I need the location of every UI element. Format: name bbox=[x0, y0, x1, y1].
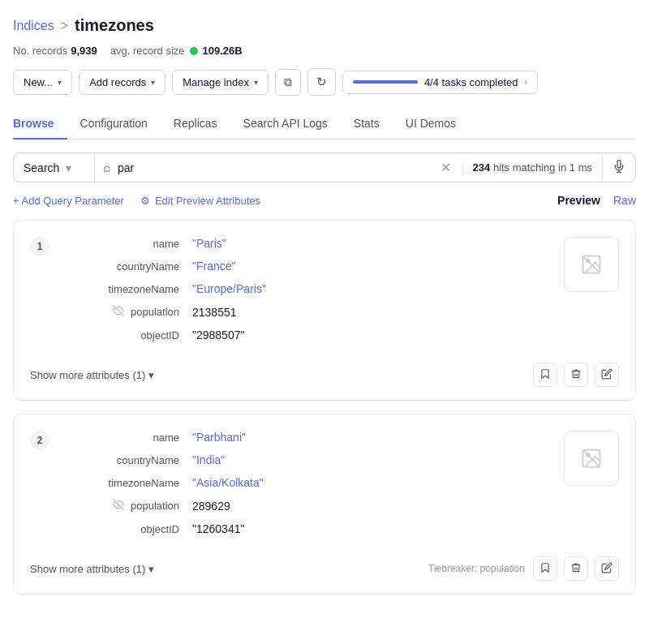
field-row-name-2: name "Parbhani" bbox=[62, 431, 551, 444]
record-card-1: 1 name "Paris" countryName "France" time… bbox=[13, 220, 636, 401]
field-row-objectid-2: objectID "1260341" bbox=[62, 522, 551, 535]
search-type-chevron-icon: ▾ bbox=[66, 161, 71, 174]
show-more-button-1[interactable]: Show more attributes (1) ▾ bbox=[30, 369, 154, 381]
gear-icon: ⚙ bbox=[140, 195, 150, 207]
edit-button-1[interactable] bbox=[595, 363, 619, 387]
manage-index-chevron-icon: ▾ bbox=[254, 78, 258, 87]
show-more-chevron-icon-1: ▾ bbox=[148, 369, 154, 381]
progress-bar-fill bbox=[353, 80, 418, 84]
search-type-label: Search bbox=[24, 161, 59, 174]
hits-info: 234 hits matching in 1 ms bbox=[462, 161, 602, 174]
tab-replicas[interactable]: Replicas bbox=[161, 109, 230, 140]
bookmark-button-2[interactable] bbox=[533, 556, 557, 581]
edit-button-2[interactable] bbox=[595, 556, 619, 581]
record-actions-2 bbox=[533, 556, 619, 581]
edit-preview-label: Edit Preview Attributes bbox=[155, 195, 260, 207]
bookmark-icon-2 bbox=[539, 562, 551, 576]
record-fields-1: name "Paris" countryName "France" timezo… bbox=[30, 237, 551, 351]
record-content-1: name "Paris" countryName "France" timezo… bbox=[30, 237, 619, 351]
record-footer-1: Show more attributes (1) ▾ bbox=[30, 363, 619, 387]
field-value-objectid-1: "2988507" bbox=[192, 328, 244, 341]
tab-ui-demos[interactable]: UI Demos bbox=[393, 109, 469, 140]
query-params-row: + Add Query Parameter ⚙ Edit Preview Att… bbox=[13, 194, 636, 207]
refresh-icon: ↻ bbox=[316, 75, 327, 89]
no-image-placeholder-2 bbox=[564, 431, 619, 486]
bookmark-button-1[interactable] bbox=[533, 363, 557, 387]
view-raw-button[interactable]: Raw bbox=[613, 194, 636, 207]
tab-browse[interactable]: Browse bbox=[13, 109, 67, 140]
field-value-population-1: 2138551 bbox=[192, 306, 237, 319]
tab-configuration[interactable]: Configuration bbox=[67, 109, 161, 140]
breadcrumb: Indices > timezones bbox=[13, 16, 636, 35]
delete-icon-1 bbox=[570, 368, 582, 382]
record-number-1: 1 bbox=[30, 237, 49, 256]
mic-button[interactable] bbox=[602, 153, 635, 182]
no-image-placeholder-1 bbox=[564, 237, 619, 292]
search-type-selector[interactable]: Search ▾ bbox=[14, 155, 95, 181]
add-records-chevron-icon: ▾ bbox=[151, 78, 155, 87]
record-card-2: 2 name "Parbhani" countryName "India" ti… bbox=[13, 414, 636, 595]
view-preview-button[interactable]: Preview bbox=[557, 194, 600, 207]
bookmark-icon-1 bbox=[539, 368, 551, 382]
show-more-chevron-icon-2: ▾ bbox=[148, 563, 154, 575]
edit-icon-2 bbox=[601, 562, 612, 576]
breadcrumb-indices-link[interactable]: Indices bbox=[13, 19, 54, 33]
field-value-name-1: "Paris" bbox=[192, 237, 226, 250]
breadcrumb-current: timezones bbox=[75, 16, 154, 35]
record-content-2: name "Parbhani" countryName "India" time… bbox=[30, 431, 619, 545]
hits-count: 234 bbox=[473, 161, 491, 174]
green-dot-icon bbox=[190, 47, 198, 55]
new-button[interactable]: New... ▾ bbox=[13, 70, 72, 95]
add-query-param-button[interactable]: + Add Query Parameter bbox=[13, 195, 124, 207]
tab-stats[interactable]: Stats bbox=[341, 109, 393, 140]
tasks-text: 4/4 tasks completed bbox=[424, 76, 518, 88]
field-label-timezonename-1: timezoneName bbox=[62, 283, 192, 295]
field-row-name-1: name "Paris" bbox=[62, 237, 551, 250]
search-input-wrapper: ⌕ ✕ bbox=[95, 155, 462, 181]
avg-label: avg. record size bbox=[110, 45, 185, 57]
field-value-countryname-1: "France" bbox=[192, 260, 236, 273]
field-value-name-2: "Parbhani" bbox=[192, 431, 246, 444]
record-number-2: 2 bbox=[30, 431, 49, 450]
delete-button-1[interactable] bbox=[564, 363, 588, 387]
mic-icon bbox=[612, 160, 625, 175]
show-more-button-2[interactable]: Show more attributes (1) ▾ bbox=[30, 563, 154, 575]
field-label-objectid-1: objectID bbox=[62, 329, 192, 341]
delete-button-2[interactable] bbox=[564, 556, 588, 581]
field-value-timezonename-2: "Asia/Kolkata" bbox=[192, 476, 264, 489]
meta-row: No. records 9,939 avg. record size 109.2… bbox=[13, 45, 636, 57]
tasks-chevron-icon: › bbox=[525, 77, 528, 87]
copy-button[interactable]: ⧉ bbox=[275, 69, 301, 96]
field-row-population-1: population 2138551 bbox=[62, 305, 551, 319]
clear-search-button[interactable]: ✕ bbox=[437, 157, 454, 178]
tiebreaker-label-2: Tiebreaker: population bbox=[428, 563, 525, 574]
delete-icon-2 bbox=[570, 562, 582, 576]
add-records-button[interactable]: Add records ▾ bbox=[79, 70, 165, 95]
tabs: Browse Configuration Replicas Search API… bbox=[13, 109, 636, 140]
search-area: Search ▾ ⌕ ✕ 234 hits matching in 1 ms bbox=[13, 152, 636, 182]
toolbar: New... ▾ Add records ▾ Manage index ▾ ⧉ … bbox=[13, 68, 636, 96]
field-row-countryname-1: countryName "France" bbox=[62, 260, 551, 273]
manage-index-label: Manage index bbox=[183, 76, 249, 88]
tasks-progress-bar[interactable]: 4/4 tasks completed › bbox=[342, 71, 538, 94]
field-row-population-2: population 289629 bbox=[62, 499, 551, 513]
new-chevron-icon: ▾ bbox=[58, 78, 62, 87]
copy-icon: ⧉ bbox=[284, 75, 292, 89]
search-input[interactable] bbox=[118, 155, 431, 181]
edit-preview-button[interactable]: ⚙ Edit Preview Attributes bbox=[140, 195, 260, 207]
field-label-countryname-1: countryName bbox=[62, 260, 192, 273]
breadcrumb-separator: > bbox=[61, 19, 68, 33]
records-value: 9,939 bbox=[71, 45, 97, 57]
field-value-population-2: 289629 bbox=[192, 500, 230, 513]
show-more-label-1: Show more attributes (1) bbox=[30, 369, 145, 381]
field-label-population-2: population bbox=[62, 499, 192, 513]
field-value-countryname-2: "India" bbox=[192, 453, 225, 466]
manage-index-button[interactable]: Manage index ▾ bbox=[172, 70, 269, 95]
field-label-countryname-2: countryName bbox=[62, 454, 192, 466]
record-actions-1 bbox=[533, 363, 619, 387]
add-records-label: Add records bbox=[89, 76, 146, 88]
refresh-button[interactable]: ↻ bbox=[307, 68, 336, 96]
view-toggle: Preview Raw bbox=[557, 194, 636, 207]
show-more-label-2: Show more attributes (1) bbox=[30, 563, 145, 575]
tab-search-api-logs[interactable]: Search API Logs bbox=[230, 109, 341, 140]
